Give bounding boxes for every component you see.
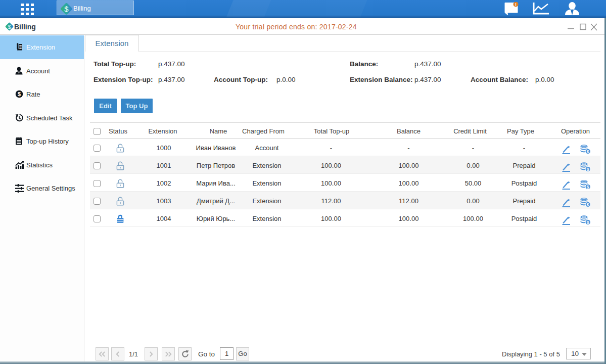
svg-text:$: $ bbox=[587, 219, 589, 224]
svg-text:$: $ bbox=[587, 184, 589, 189]
svg-text:$: $ bbox=[8, 24, 11, 30]
svg-text:$: $ bbox=[64, 5, 69, 13]
svg-text:!: ! bbox=[515, 2, 517, 7]
svg-text:$: $ bbox=[587, 202, 589, 207]
svg-text:$: $ bbox=[18, 91, 21, 97]
svg-text:$: $ bbox=[587, 166, 589, 171]
svg-text:$: $ bbox=[587, 149, 589, 154]
